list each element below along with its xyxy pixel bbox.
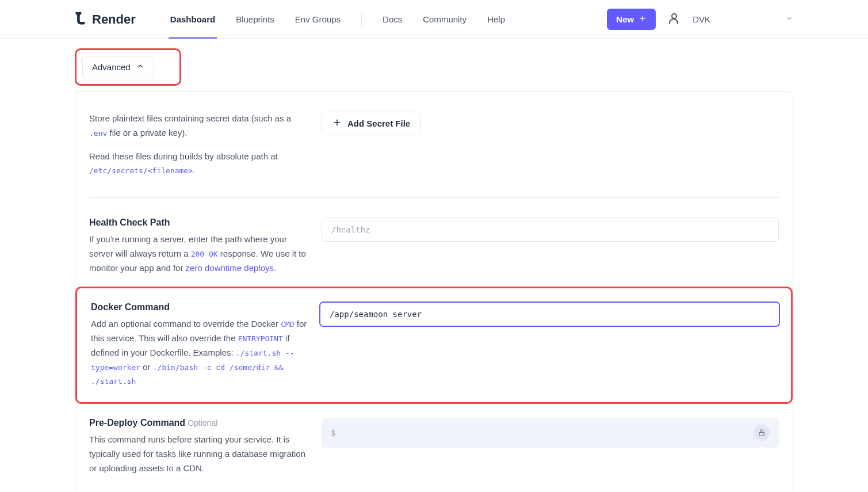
secret-files-section: Store plaintext files containing secret … [89, 112, 779, 178]
docker-command-desc: Add an optional command to override the … [91, 317, 307, 388]
nav-community[interactable]: Community [423, 1, 466, 38]
secret-files-desc-1: Store plaintext files containing secret … [89, 112, 308, 140]
zero-downtime-link[interactable]: zero downtime deploys [186, 263, 274, 273]
svg-point-0 [77, 12, 80, 16]
predeploy-section: Pre-Deploy CommandOptional This command … [89, 418, 779, 475]
brand-name: Render [92, 12, 136, 27]
env-code: .env [89, 129, 107, 138]
docker-command-section: Docker Command Add an optional command t… [91, 302, 779, 388]
status-code: 200 OK [191, 250, 218, 258]
brand-logo[interactable]: Render [75, 12, 136, 27]
chevron-down-icon [785, 14, 793, 24]
predeploy-input-locked[interactable]: $ [322, 418, 779, 448]
secrets-path-code: /etc/secrets/<filename> [89, 166, 193, 175]
new-button-label: New [616, 14, 634, 24]
plus-icon [332, 118, 342, 129]
advanced-highlight: Advanced [75, 48, 181, 86]
health-check-section: Health Check Path If you're running a se… [89, 218, 779, 275]
docker-command-highlight: Docker Command Add an optional command t… [75, 287, 793, 404]
entrypoint-code: ENTRYPOINT [238, 334, 283, 343]
svg-point-3 [672, 14, 676, 18]
nav-env-groups[interactable]: Env Groups [295, 1, 341, 38]
lock-icon [754, 425, 770, 441]
secret-files-desc-2: Read these files during builds by absolu… [89, 150, 308, 178]
health-check-input[interactable] [322, 218, 779, 242]
nav-help[interactable]: Help [487, 1, 505, 38]
predeploy-desc: This command runs before starting your s… [89, 433, 308, 475]
advanced-label: Advanced [92, 62, 131, 72]
header-right: New DVK [607, 9, 793, 30]
settings-card: Store plaintext files containing secret … [75, 91, 793, 492]
new-button[interactable]: New [607, 9, 656, 30]
section-divider [89, 197, 779, 198]
add-secret-file-button[interactable]: Add Secret File [322, 112, 421, 135]
user-avatar-icon[interactable] [667, 12, 681, 28]
chevron-up-icon [136, 62, 144, 72]
health-check-desc: If you're running a server, enter the pa… [89, 232, 308, 275]
cmd-code: CMD [281, 320, 294, 329]
main-container: Advanced Store plaintext files containin… [0, 39, 868, 492]
render-logo-icon [75, 12, 87, 27]
nav-dashboard[interactable]: Dashboard [170, 1, 215, 38]
main-nav: Dashboard Blueprints Env Groups Docs Com… [170, 1, 505, 38]
nav-docs[interactable]: Docs [383, 1, 402, 38]
predeploy-title: Pre-Deploy CommandOptional [89, 418, 308, 428]
nav-blueprints[interactable]: Blueprints [236, 1, 274, 38]
nav-divider [361, 13, 362, 26]
user-name: DVK [693, 14, 710, 24]
plus-icon [638, 14, 647, 24]
health-check-title: Health Check Path [89, 218, 308, 228]
predeploy-placeholder: $ [331, 428, 335, 437]
docker-command-input[interactable] [320, 302, 779, 326]
docker-command-title: Docker Command [91, 302, 307, 312]
advanced-toggle-button[interactable]: Advanced [82, 56, 154, 78]
header: Render Dashboard Blueprints Env Groups D… [0, 0, 868, 39]
svg-rect-6 [759, 432, 764, 436]
optional-label: Optional [188, 418, 217, 428]
add-secret-file-label: Add Secret File [347, 119, 410, 128]
user-dropdown[interactable]: DVK [693, 14, 793, 24]
